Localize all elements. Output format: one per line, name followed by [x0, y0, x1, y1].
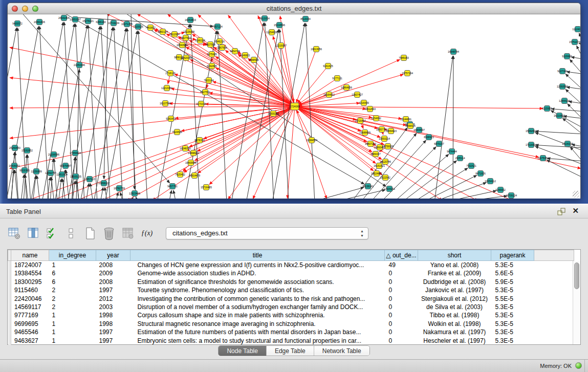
table-cell[interactable]: Estimation of significance thresholds fo…	[130, 278, 385, 286]
table-cell[interactable]: Nakamura et al. (1997)	[418, 328, 491, 336]
network-window-titlebar[interactable]: citations_edges.txt	[8, 3, 580, 14]
network-canvas[interactable]: 9405572206914062693140610653287152760216…	[8, 14, 580, 199]
table-cell[interactable]: 9777169	[11, 311, 49, 319]
table-cell[interactable]: 6	[49, 278, 96, 286]
table-cell[interactable]: 18300295	[11, 278, 49, 286]
table-cell[interactable]: 5.3E-5	[491, 303, 534, 311]
table-cell[interactable]: 0	[385, 311, 418, 319]
table-cell[interactable]: Investigating the contribution of common…	[130, 295, 385, 303]
column-header-name[interactable]: name	[11, 250, 49, 261]
table-cell[interactable]: 0	[385, 286, 418, 294]
unselect-columns-icon[interactable]	[64, 226, 78, 241]
table-cell[interactable]: 0	[385, 320, 418, 328]
table-settings-icon[interactable]	[7, 226, 21, 241]
select-columns-icon[interactable]	[45, 226, 59, 241]
table-row[interactable]: 1456911722003Disruption of a novel membe…	[8, 303, 574, 311]
table-row[interactable]: 946554611997Estimation of the future num…	[8, 328, 574, 336]
table-cell[interactable]: Estimation of the future numbers of pati…	[130, 328, 385, 336]
table-cell[interactable]: Tourette syndrome. Phenomenology and cla…	[130, 286, 385, 294]
table-cell[interactable]: 0	[385, 328, 418, 336]
table-cell[interactable]: 1997	[96, 328, 130, 336]
column-header-title[interactable]: title	[130, 250, 385, 261]
table-cell[interactable]: 2012	[96, 295, 130, 303]
table-row[interactable]: 1872400712008Changes of HCN gene express…	[8, 261, 574, 270]
table-cell[interactable]: 19384554	[11, 269, 49, 277]
table-cell[interactable]: 2003	[96, 303, 130, 311]
new-column-icon[interactable]	[83, 226, 97, 241]
table-cell[interactable]: 22420046	[11, 295, 49, 303]
table-cell[interactable]: 5.5E-5	[491, 295, 534, 303]
table-cell[interactable]: 5.3E-5	[491, 320, 534, 328]
table-cell[interactable]: 5.3E-5	[491, 286, 534, 294]
table-row[interactable]: 977716911998Corpus callosum shape and si…	[8, 311, 574, 319]
table-cell[interactable]: 1	[49, 311, 96, 319]
table-cell[interactable]: 0	[385, 303, 418, 311]
table-cell[interactable]: 1	[49, 337, 96, 345]
table-cell[interactable]: 1998	[96, 311, 130, 319]
table-row[interactable]: 911546021997Tourette syndrome. Phenomeno…	[8, 286, 574, 294]
table-cell[interactable]: Corpus callosum shape and size in male p…	[130, 311, 385, 319]
table-cell[interactable]: Disruption of a novel member of a sodium…	[130, 303, 385, 311]
table-cell[interactable]: 0	[385, 269, 418, 277]
table-cell[interactable]: 9465546	[11, 328, 49, 336]
tab-edge-table[interactable]: Edge Table	[266, 346, 314, 356]
table-cell[interactable]: 2008	[96, 261, 130, 270]
table-cell[interactable]: Stergiakouli et al. (2012)	[418, 295, 491, 303]
close-panel-icon[interactable]: ✕	[572, 206, 579, 215]
float-panel-icon[interactable]	[557, 208, 565, 215]
table-cell[interactable]: 9463627	[11, 337, 49, 345]
table-cell[interactable]: 5.3E-5	[491, 328, 534, 336]
column-header-in-degree[interactable]: in_degree	[49, 250, 96, 261]
table-cell[interactable]: Wolkin et al. (1998)	[418, 320, 491, 328]
table-cell[interactable]: 1	[49, 320, 96, 328]
table-row[interactable]: 1938455462009Genome-wide association stu…	[8, 269, 574, 277]
table-cell[interactable]: 14569117	[11, 303, 49, 311]
column-header-pagerank[interactable]: pagerank	[491, 250, 534, 261]
table-cell[interactable]: Structural magnetic resonance image aver…	[130, 320, 385, 328]
table-cell[interactable]: 5.3E-5	[491, 337, 534, 345]
table-cell[interactable]: 5.3E-5	[491, 261, 534, 270]
table-cell[interactable]: Tibbo et al. (1998)	[418, 311, 491, 319]
table-scrollbar[interactable]	[573, 261, 580, 344]
table-row[interactable]: 946362711997Embryonic stem cells: a mode…	[8, 337, 574, 345]
function-builder-icon[interactable]: ƒ(x)	[140, 226, 154, 241]
window-resize-grip[interactable]	[573, 191, 579, 198]
table-cell[interactable]: 9699695	[11, 320, 49, 328]
table-cell[interactable]: Hescheler et al. (1997)	[418, 337, 491, 345]
table-cell[interactable]: 0	[385, 278, 418, 286]
table-cell[interactable]: Franke et al. (2009)	[418, 269, 491, 277]
table-row[interactable]: 969969511998Structural magnetic resonanc…	[8, 320, 574, 328]
table-cell[interactable]: 9115460	[11, 286, 49, 294]
delete-column-icon[interactable]	[102, 226, 116, 241]
table-cell[interactable]: 1	[49, 261, 96, 270]
memory-ok-indicator[interactable]	[575, 362, 582, 369]
table-cell[interactable]: de Silva et al. (2003)	[418, 303, 491, 311]
table-cell[interactable]: Jankovic et al. (1997)	[418, 286, 491, 294]
column-header-short[interactable]: short	[418, 250, 491, 261]
table-cell[interactable]: 2009	[96, 269, 130, 277]
table-cell[interactable]: Dudbridge et al. (2008)	[418, 278, 491, 286]
table-cell[interactable]: 1998	[96, 320, 130, 328]
table-row[interactable]: 2242004622012Investigating the contribut…	[8, 295, 574, 303]
column-header-year[interactable]: year	[96, 250, 130, 261]
table-cell[interactable]: Yano et al. (2008)	[418, 261, 491, 270]
table-scrollbar-thumb[interactable]	[574, 262, 579, 289]
table-cell[interactable]: 2	[49, 286, 96, 294]
table-cell[interactable]: 2008	[96, 278, 130, 286]
table-cell[interactable]: 5.3E-5	[491, 311, 534, 319]
table-cell[interactable]: 49	[385, 261, 418, 270]
tab-node-table[interactable]: Node Table	[219, 346, 266, 356]
table-cell[interactable]: Embryonic stem cells: a model to study s…	[130, 337, 385, 345]
network-table-selector[interactable]: citations_edges.txt ▲▼	[166, 227, 368, 239]
table-cell[interactable]: 5.6E-5	[491, 269, 534, 277]
table-cell[interactable]: 18724007	[11, 261, 49, 270]
column-header-out-degree[interactable]: △ out_de...	[385, 250, 418, 261]
table-cell[interactable]: 0	[385, 295, 418, 303]
table-cell[interactable]: Changes of HCN gene expression and I(f) …	[130, 261, 385, 270]
table-cell[interactable]: 0	[385, 337, 418, 345]
table-cell[interactable]: 5.9E-5	[491, 278, 534, 286]
table-row[interactable]: 1830029562008Estimation of significance …	[8, 278, 574, 286]
table-cell[interactable]: 2	[49, 295, 96, 303]
table-cell[interactable]: 2	[49, 303, 96, 311]
table-cell[interactable]: Genome-wide association studies in ADHD.	[130, 269, 385, 277]
